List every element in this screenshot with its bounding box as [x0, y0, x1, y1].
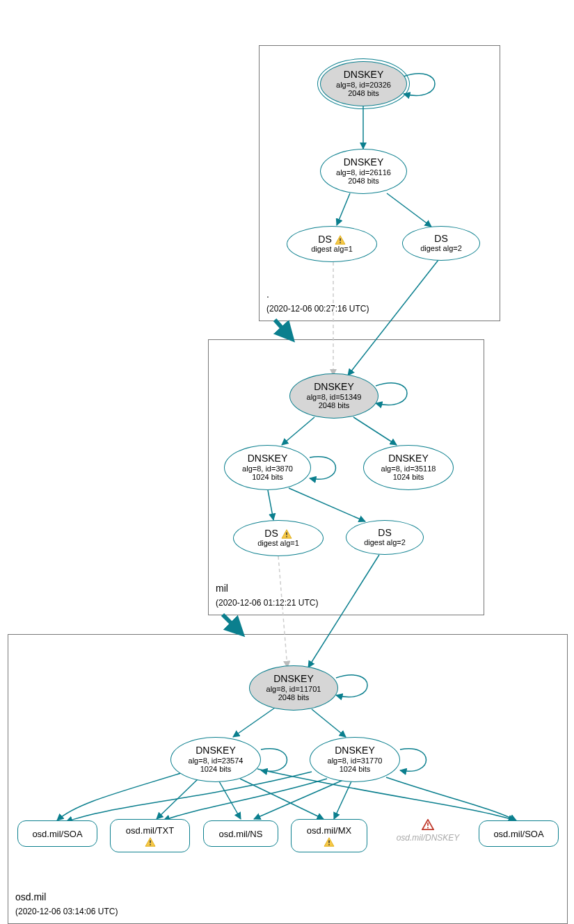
zone-osd-label: osd.mil — [15, 891, 46, 902]
node-title: DNSKEY — [314, 382, 354, 392]
node-line2: 2048 bits — [319, 401, 350, 410]
node-line2: 1024 bits — [340, 765, 371, 774]
dnskey-osd-ksk: DNSKEY alg=8, id=11701 2048 bits — [249, 665, 338, 711]
ds-root-1: DS digest alg=1 — [287, 226, 377, 262]
zone-osd-timestamp: (2020-12-06 03:14:06 UTC) — [15, 907, 118, 916]
zone-root-label: . — [266, 289, 269, 300]
rr-txt: osd.mil/TXT — [110, 819, 190, 852]
node-title: DS — [378, 528, 391, 538]
rr-label: osd.mil/SOA — [493, 829, 543, 839]
node-title: DNSKEY — [335, 745, 375, 756]
node-line1: alg=8, id=31770 — [328, 756, 383, 765]
ds-mil-1: DS digest alg=1 — [233, 520, 324, 556]
warning-icon — [145, 837, 156, 847]
warning-icon — [281, 529, 292, 539]
rr-label: osd.mil/NS — [219, 829, 263, 839]
ds-mil-2: DS digest alg=2 — [346, 520, 424, 555]
svg-rect-7 — [150, 840, 151, 843]
node-title: DS — [434, 234, 447, 244]
zone-mil-label: mil — [216, 583, 228, 594]
rr-label: osd.mil/TXT — [126, 825, 174, 836]
node-line2: 2048 bits — [278, 693, 310, 702]
rr-label: osd.mil/DNSKEY — [383, 833, 473, 843]
node-line1: digest alg=2 — [420, 244, 462, 253]
svg-rect-2 — [340, 242, 341, 243]
node-title: DNSKEY — [196, 745, 236, 756]
node-line2: 2048 bits — [348, 177, 379, 186]
rr-label: osd.mil/SOA — [32, 829, 82, 839]
warning-icon — [335, 235, 346, 245]
svg-rect-10 — [328, 840, 330, 843]
dnskey-root-zsk: DNSKEY alg=8, id=26116 2048 bits — [320, 149, 407, 194]
node-title: DNSKEY — [344, 157, 384, 168]
dnskey-mil-zsk1: DNSKEY alg=8, id=3870 1024 bits — [224, 445, 311, 490]
node-title: DNSKEY — [248, 453, 288, 464]
node-line2: 1024 bits — [393, 473, 424, 482]
node-line2: 1024 bits — [200, 765, 232, 774]
svg-rect-1 — [340, 238, 341, 241]
svg-rect-14 — [427, 827, 429, 829]
node-line2: 1024 bits — [252, 473, 283, 482]
svg-rect-4 — [286, 533, 287, 535]
node-line1: alg=8, id=3870 — [242, 464, 293, 473]
rr-ns: osd.mil/NS — [203, 820, 278, 847]
svg-rect-5 — [286, 536, 287, 537]
dnskey-osd-zsk1: DNSKEY alg=8, id=23574 1024 bits — [170, 737, 261, 782]
dnskey-mil-zsk2: DNSKEY alg=8, id=35118 1024 bits — [363, 445, 454, 490]
dnskey-osd-zsk2: DNSKEY alg=8, id=31770 1024 bits — [310, 737, 400, 782]
rr-soa-2: osd.mil/SOA — [479, 820, 559, 847]
node-line1: alg=8, id=11701 — [266, 685, 321, 694]
ds-root-2: DS digest alg=2 — [402, 226, 480, 261]
rr-dnskey-error: osd.mil/DNSKEY — [383, 819, 473, 843]
dnskey-root-ksk: DNSKEY alg=8, id=20326 2048 bits — [320, 61, 407, 106]
node-line1: alg=8, id=51349 — [307, 393, 362, 402]
rr-soa-1: osd.mil/SOA — [17, 820, 97, 847]
svg-rect-11 — [328, 844, 330, 845]
node-title: DS — [264, 528, 278, 539]
rr-label: osd.mil/MX — [307, 825, 351, 836]
node-title: DS — [318, 234, 331, 245]
svg-rect-13 — [427, 822, 429, 825]
node-title: DNSKEY — [273, 674, 314, 684]
zone-mil-timestamp: (2020-12-06 01:12:21 UTC) — [216, 598, 318, 608]
node-line1: alg=8, id=35118 — [381, 464, 436, 473]
error-icon — [422, 819, 434, 830]
node-line1: digest alg=2 — [364, 538, 406, 547]
node-line1: digest alg=1 — [311, 245, 353, 254]
zone-root-timestamp: (2020-12-06 00:27:16 UTC) — [266, 304, 369, 314]
rr-mx: osd.mil/MX — [291, 819, 367, 852]
warning-icon — [324, 837, 335, 847]
node-line1: digest alg=1 — [257, 539, 299, 548]
dnskey-mil-ksk: DNSKEY alg=8, id=51349 2048 bits — [289, 373, 378, 419]
svg-rect-8 — [150, 844, 151, 845]
node-title: DNSKEY — [388, 453, 429, 464]
node-line1: alg=8, id=26116 — [336, 168, 391, 177]
node-line1: alg=8, id=23574 — [189, 756, 244, 765]
